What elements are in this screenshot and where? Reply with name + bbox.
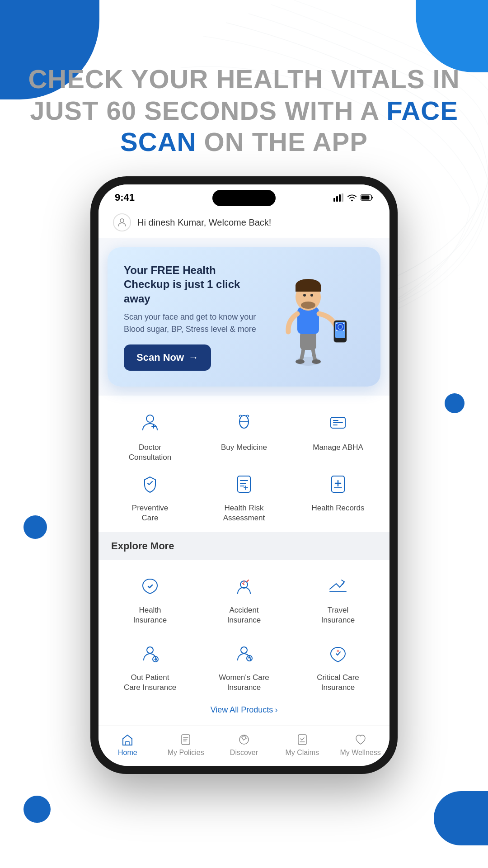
battery-icon [361, 194, 373, 201]
explore-accident-insurance[interactable]: AccidentInsurance [205, 571, 284, 625]
wifi-icon [347, 193, 357, 202]
phone-inner: 9:41 [99, 184, 389, 766]
explore-womens-insurance[interactable]: Women's CareInsurance [205, 638, 284, 693]
nav-discover[interactable]: Discover [221, 732, 267, 757]
svg-rect-25 [238, 476, 250, 492]
view-all-arrow: › [275, 705, 277, 715]
nav-discover-label: Discover [230, 749, 258, 757]
womens-ins-icon [229, 638, 259, 669]
menu-label-preventive: PreventiveCare [132, 503, 168, 523]
home-icon [120, 732, 135, 747]
phone-mockup: 9:41 [90, 176, 398, 774]
explore-grid: HealthInsurance AccidentInsuran [99, 560, 389, 725]
explore-health-insurance[interactable]: HealthInsurance [111, 571, 190, 625]
menu-item-medicine[interactable]: Buy Medicine [208, 406, 280, 462]
svg-rect-32 [126, 741, 129, 745]
scan-btn-label: Scan Now [136, 352, 184, 363]
menu-item-doctor[interactable]: DoctorConsultation [114, 406, 186, 462]
nav-home-label: Home [118, 749, 137, 757]
svg-point-9 [312, 359, 321, 364]
bg-dot-bottomright [434, 791, 488, 845]
bottom-nav: Home My Policies [99, 726, 389, 766]
svg-rect-5 [361, 196, 370, 200]
svg-rect-11 [297, 307, 319, 334]
explore-row-2: Out PatientCare Insurance Women [103, 632, 385, 699]
menu-item-risk[interactable]: Health RiskAssessment [208, 467, 280, 523]
hero-card-content: Your FREE Health Checkup is just 1 click… [124, 263, 259, 371]
bg-dot-right [445, 393, 465, 413]
menu-label-doctor: DoctorConsultation [129, 443, 172, 462]
svg-point-30 [241, 647, 247, 653]
explore-label-critical-ins: Critical CareInsurance [317, 673, 359, 693]
user-avatar [113, 213, 131, 231]
greeting-bar: Hi dinesh Kumar, Welcome Back! [99, 208, 389, 238]
view-all-products[interactable]: View All Products › [103, 699, 385, 721]
svg-point-22 [146, 415, 154, 422]
hero-card: Your FREE Health Checkup is just 1 click… [108, 247, 380, 387]
hero-card-title: Your FREE Health Checkup is just 1 click… [124, 263, 259, 306]
menu-item-preventive[interactable]: PreventiveCare [114, 467, 186, 523]
svg-point-16 [303, 294, 306, 297]
svg-rect-3 [342, 193, 343, 202]
nav-policies-label: My Policies [168, 749, 204, 757]
health-ins-icon [135, 571, 165, 602]
bg-dot-left [23, 515, 47, 539]
svg-point-8 [296, 359, 305, 364]
headline: CHECK YOUR HEALTH VITALS IN JUST 60 SECO… [0, 63, 488, 158]
menu-item-abha[interactable]: Manage ABHA [302, 406, 374, 462]
svg-rect-10 [300, 332, 316, 350]
phone-outer: 9:41 [90, 176, 398, 774]
explore-outpatient-insurance[interactable]: Out PatientCare Insurance [111, 638, 190, 693]
menu-label-risk: Health RiskAssessment [223, 503, 265, 523]
svg-point-17 [310, 294, 313, 297]
status-bar: 9:41 [99, 184, 389, 208]
explore-label-outpatient-ins: Out PatientCare Insurance [124, 673, 176, 693]
scan-btn-arrow: → [188, 352, 198, 363]
headline-highlight1: FACE [386, 96, 458, 125]
nav-wellness-label: My Wellness [340, 749, 380, 757]
nav-claims[interactable]: My Claims [280, 732, 325, 757]
explore-travel-insurance[interactable]: TravelInsurance [299, 571, 378, 625]
svg-rect-33 [182, 735, 190, 745]
abha-icon [322, 406, 354, 439]
hero-card-desc: Scan your face and get to know your Bloo… [124, 311, 259, 335]
explore-critical-insurance[interactable]: Critical CareInsurance [299, 638, 378, 693]
svg-rect-1 [336, 196, 338, 202]
headline-line3-suffix: ON THE APP [196, 127, 367, 156]
explore-more-header: Explore More [99, 532, 389, 560]
discover-icon [237, 732, 251, 747]
explore-label-health-ins: HealthInsurance [133, 605, 167, 625]
bg-dot-bottom [23, 796, 51, 823]
nav-wellness[interactable]: My Wellness [338, 732, 383, 757]
status-time: 9:41 [115, 192, 135, 203]
doctor-icon [134, 406, 166, 439]
outpatient-ins-icon [135, 638, 165, 669]
headline-line1: CHECK YOUR HEALTH VITALS IN [28, 64, 460, 94]
policies-icon [178, 732, 193, 747]
greeting-text: Hi dinesh Kumar, Welcome Back! [137, 217, 271, 228]
wellness-icon [353, 732, 368, 747]
accident-ins-icon [229, 571, 259, 602]
risk-icon [228, 467, 260, 500]
headline-highlight2: SCAN [120, 127, 196, 156]
svg-rect-14 [296, 285, 321, 292]
records-icon [322, 467, 354, 500]
explore-label-accident-ins: AccidentInsurance [227, 605, 261, 625]
claims-icon [295, 732, 310, 747]
svg-point-15 [301, 302, 315, 309]
explore-label-travel-ins: TravelInsurance [321, 605, 355, 625]
preventive-icon [134, 467, 166, 500]
menu-label-abha: Manage ABHA [313, 443, 363, 453]
svg-point-6 [120, 219, 124, 222]
signal-icon [333, 193, 343, 202]
nav-policies[interactable]: My Policies [163, 732, 208, 757]
explore-label-womens-ins: Women's CareInsurance [219, 673, 269, 693]
menu-label-medicine: Buy Medicine [221, 443, 267, 453]
svg-rect-2 [339, 194, 341, 202]
menu-item-records[interactable]: Health Records [302, 467, 374, 523]
svg-point-28 [147, 647, 153, 653]
quick-menu-row-1: DoctorConsultation Buy Medicine [103, 406, 385, 462]
nav-home[interactable]: Home [105, 732, 150, 757]
scan-now-button[interactable]: Scan Now → [124, 344, 211, 371]
quick-menu: DoctorConsultation Buy Medicine [99, 396, 389, 532]
